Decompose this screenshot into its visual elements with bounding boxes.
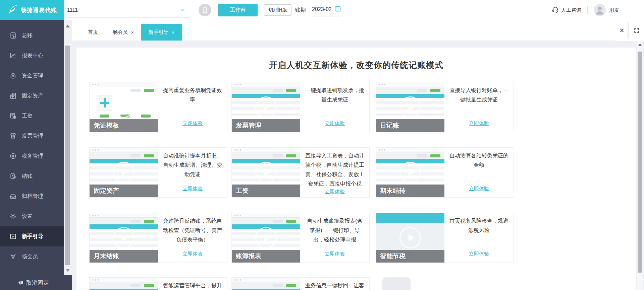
tabs: 首页 畅会员 × 新手引导 × <box>72 24 182 41</box>
accounting-period: 账期 2023-02 <box>295 0 342 20</box>
main-scroll-thumb[interactable] <box>638 52 642 273</box>
fullscreen-icon[interactable] <box>629 20 644 41</box>
play-icon[interactable] <box>113 96 135 118</box>
journal-icon[interactable] <box>199 4 211 16</box>
scroll-up-icon[interactable] <box>66 25 70 27</box>
vip-member-icon <box>9 253 17 260</box>
unpin-sidebar-button[interactable]: 取消固定 <box>0 275 72 290</box>
scroll-up-icon[interactable] <box>638 44 642 46</box>
username[interactable]: 用友 <box>609 7 619 13</box>
svg-text:¥: ¥ <box>13 35 15 39</box>
sidebar-item-tax[interactable]: 税 税务管理 <box>0 146 64 166</box>
card-title: 工资 <box>236 187 249 195</box>
video-thumbnail[interactable]: 固定资产 <box>90 148 158 197</box>
try-now-link[interactable]: 立即体验 <box>182 251 203 257</box>
video-thumbnail[interactable]: 日记账 <box>376 82 444 132</box>
play-icon[interactable] <box>113 162 135 183</box>
card-description: 自动测算各结转类凭证的金额 <box>449 151 509 170</box>
sidebar-item-invoice[interactable]: ¥ 发票管理 <box>0 126 64 146</box>
try-now-link[interactable]: 立即体验 <box>325 189 345 195</box>
main-scrollbar[interactable] <box>637 41 643 290</box>
sidebar-item-fixed-assets[interactable]: 固定资产 <box>0 86 64 106</box>
play-icon[interactable] <box>399 227 421 248</box>
video-thumbnail[interactable]: 期末结转 <box>376 148 444 197</box>
play-icon[interactable] <box>255 96 277 118</box>
try-now-link[interactable]: 立即体验 <box>469 120 489 127</box>
tab-guide[interactable]: 新手引导 × <box>141 24 182 41</box>
tab-label: 畅会员 <box>113 29 128 35</box>
salary-doc-icon: ¥ <box>9 112 17 120</box>
switch-old-version-button[interactable]: 切到旧版 <box>264 4 291 16</box>
try-now-link[interactable]: 立即体验 <box>469 186 489 192</box>
play-icon[interactable] <box>399 96 421 118</box>
sidebar-item-settings[interactable]: 设置 <box>0 206 64 226</box>
video-thumbnail[interactable] <box>232 278 300 290</box>
feature-card-period-end: 期末结转 自动测算各结转类凭证的金额 立即体验 <box>376 147 514 198</box>
try-now-link[interactable]: 立即体验 <box>469 251 489 257</box>
play-icon[interactable] <box>255 227 277 248</box>
archive-box-icon <box>9 193 17 200</box>
header-divider <box>587 6 588 14</box>
tab-close-icon[interactable]: × <box>172 29 175 35</box>
svg-text:¥: ¥ <box>12 75 14 78</box>
tab-home[interactable]: 首页 <box>80 24 105 41</box>
video-thumbnail[interactable]: 月末结账 <box>90 213 158 263</box>
try-now-link[interactable]: 立即体验 <box>325 251 345 257</box>
tab-close-icon[interactable]: × <box>131 29 134 35</box>
sidebar-item-general-ledger[interactable]: ¥ 总账 <box>0 25 64 46</box>
video-thumbnail[interactable]: 工资 <box>232 148 300 197</box>
feature-card-invoice: 发票管理 一键提取进销项发票，批量生成凭证 立即体验 <box>231 82 370 132</box>
svg-text:¥: ¥ <box>12 174 14 177</box>
video-thumbnail[interactable] <box>90 278 158 290</box>
gear-icon <box>9 213 17 220</box>
try-now-link[interactable]: 立即体验 <box>325 120 345 127</box>
account-select[interactable]: 1111 <box>66 0 189 20</box>
card-description: 业务信息一键秒回，让客 <box>305 281 364 290</box>
scroll-down-icon[interactable] <box>66 269 70 272</box>
sidebar-scrollbar[interactable] <box>64 20 72 275</box>
sidebar-item-archive[interactable]: 归档管理 <box>0 186 64 206</box>
feature-card-month-end: 月末结账 允许跨月反结账，系统自动检查（凭证断号、资产负债表平衡） 立即体验 <box>89 213 227 263</box>
close-all-tabs-icon[interactable]: × <box>615 20 629 41</box>
feature-card-salary: 工资 直接导入工资表，自动计算个税，自动生成计提工资、社保公积金、发放工资凭证，… <box>231 147 370 198</box>
video-thumbnail[interactable]: 账簿报表 <box>232 213 300 263</box>
chevron-down-icon <box>179 7 186 13</box>
sidebar-item-salary[interactable]: ¥ 工资 <box>0 106 64 126</box>
user-avatar[interactable] <box>594 4 606 16</box>
feature-card-partial-2: 业务信息一键秒回，让客 <box>231 277 370 290</box>
card-description: 自动准确计提本月折旧、自动生成新增、清理、变动凭证 <box>162 151 223 179</box>
svg-text:¥: ¥ <box>12 135 14 138</box>
card-title: 期末结转 <box>380 187 406 195</box>
collapse-pin-icon <box>17 279 24 286</box>
tab-member[interactable]: 畅会员 × <box>105 24 141 41</box>
page-title: 开启人机交互新体验，改变你的传统记账模式 <box>76 60 636 71</box>
sidebar-item-guide[interactable]: 新手引导 <box>0 226 64 246</box>
period-picker[interactable]: 2023-02 <box>311 4 342 16</box>
sidebar-item-funds[interactable]: ¥ 资金管理 <box>0 66 64 86</box>
try-now-link[interactable]: 立即体验 <box>182 120 203 127</box>
feature-card-partial-1: 智能运营管理平台，提升 <box>89 277 227 290</box>
feature-card-voucher-template: 凭证模板 提高重复业务填制凭证效率 立即体验 <box>89 82 227 132</box>
card-description: 直接导入银行对账单，一键批量生成凭证 <box>449 86 509 104</box>
support-button[interactable]: 人工咨询 <box>552 6 581 14</box>
try-now-link[interactable]: 立即体验 <box>182 186 203 192</box>
sidebar-item-closing[interactable]: ¥ 结账 <box>0 166 64 186</box>
workbench-button[interactable]: 工作台 <box>218 4 258 16</box>
play-icon[interactable] <box>113 227 135 248</box>
feather-logo-icon <box>7 3 19 17</box>
video-thumbnail[interactable]: 凭证模板 <box>90 82 158 132</box>
tax-icon: 税 <box>9 152 17 160</box>
feature-card-journal: 日记账 直接导入银行对账单，一键批量生成凭证 立即体验 <box>376 82 514 132</box>
video-thumbnail[interactable]: 发票管理 <box>232 82 300 132</box>
sidebar-item-member[interactable]: 畅会员 <box>0 246 64 267</box>
sidebar-scroll-thumb[interactable] <box>65 46 70 265</box>
card-title: 账簿报表 <box>236 252 261 261</box>
building-icon <box>9 92 17 99</box>
headset-icon <box>552 6 559 14</box>
play-icon[interactable] <box>255 162 277 183</box>
play-icon[interactable] <box>399 162 421 183</box>
tab-bar: 首页 畅会员 × 新手引导 × × <box>72 20 644 41</box>
video-thumbnail[interactable]: 智能节税 <box>376 213 444 263</box>
sidebar-item-report-center[interactable]: 报表中心 <box>0 46 64 66</box>
card-description: 一键提取进销项发票，批量生成凭证 <box>305 86 365 104</box>
